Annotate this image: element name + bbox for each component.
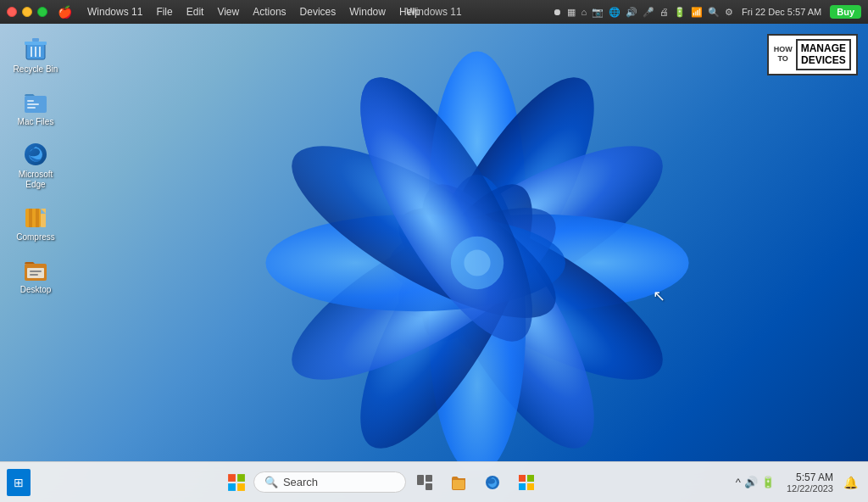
search-label: Search — [283, 476, 318, 488]
taskbar: ⊞ 🔍 Search — [0, 461, 868, 502]
win11-bloom — [257, 42, 698, 483]
wifi-icon: 🌐 — [609, 7, 620, 18]
watermark-manage: MANAGE — [801, 42, 846, 54]
svg-rect-17 — [32, 38, 39, 42]
menu-window[interactable]: Window — [342, 4, 392, 20]
mac-files-icon[interactable]: Mac Files — [8, 85, 63, 131]
network-icon: 📶 — [691, 7, 703, 18]
svg-rect-42 — [426, 483, 432, 490]
desktop-label: Desktop — [20, 285, 52, 295]
task-view-button[interactable] — [409, 467, 440, 498]
svg-rect-23 — [27, 103, 39, 105]
watermark-how: HOW — [774, 45, 793, 55]
taskbar-left: ⊞ — [7, 469, 34, 496]
menu-appname[interactable]: Windows 11 — [81, 4, 149, 20]
edge-image — [22, 141, 49, 168]
svg-rect-39 — [237, 483, 245, 491]
svg-rect-43 — [453, 480, 465, 489]
svg-point-25 — [25, 143, 47, 165]
svg-rect-27 — [29, 209, 32, 227]
mac-files-image — [22, 88, 49, 115]
watermark-devices: DEVICES — [801, 54, 846, 66]
start-button[interactable] — [223, 469, 250, 496]
show-desktop-button[interactable]: ⊞ — [7, 469, 31, 496]
battery-icon: 🔋 — [674, 7, 686, 18]
mac-status-bar: ⏺ ▦ ⌂ 📷 🌐 🔊 🎤 🖨 🔋 📶 🔍 ⚙ Fri 22 Dec 5:57 … — [553, 5, 861, 19]
battery-sys-icon: 🔋 — [761, 476, 775, 488]
record-icon: ⏺ — [553, 7, 562, 17]
svg-rect-31 — [41, 214, 46, 227]
screen-icon: ▦ — [567, 7, 576, 18]
minimize-button[interactable] — [22, 7, 32, 17]
search-mac-icon[interactable]: 🔍 — [708, 7, 720, 18]
menu-actions[interactable]: Actions — [246, 4, 292, 20]
window-title: Windows 11 — [406, 6, 461, 18]
date-display: 12/22/2023 — [787, 483, 833, 494]
svg-rect-36 — [228, 474, 236, 482]
edge-label: Microsoft Edge — [12, 170, 59, 190]
search-icon: 🔍 — [264, 476, 278, 488]
desktop-folder-icon[interactable]: Desktop — [8, 253, 63, 298]
svg-rect-47 — [519, 483, 526, 490]
traffic-lights — [7, 7, 47, 17]
svg-rect-48 — [527, 483, 534, 490]
taskbar-right: ^ 🔊 🔋 5:57 AM 12/22/2023 🔔 — [731, 470, 861, 495]
mac-titlebar: 🍎 Windows 11 File Edit View Actions Devi… — [0, 0, 868, 24]
file-explorer-button[interactable] — [443, 467, 474, 498]
compress-image — [22, 204, 49, 231]
svg-marker-30 — [41, 209, 46, 214]
control-center-icon[interactable]: ⚙ — [725, 7, 733, 18]
watermark: HOW TO MANAGE DEVICES — [767, 34, 858, 75]
svg-point-14 — [465, 249, 491, 276]
compress-icon[interactable]: Compress — [8, 200, 63, 246]
svg-rect-45 — [519, 475, 526, 482]
mac-files-label: Mac Files — [18, 117, 54, 127]
svg-rect-24 — [27, 107, 36, 109]
svg-rect-35 — [30, 274, 38, 276]
compress-label: Compress — [16, 232, 55, 243]
close-button[interactable] — [7, 7, 17, 17]
svg-rect-33 — [27, 268, 44, 278]
menu-file[interactable]: File — [149, 4, 179, 20]
taskbar-center: 🔍 Search — [34, 467, 731, 498]
printer-icon: 🖨 — [659, 7, 669, 17]
notification-button[interactable]: 🔔 — [840, 472, 861, 493]
svg-rect-34 — [30, 271, 42, 272]
apple-menu-icon[interactable]: 🍎 — [58, 5, 72, 19]
store-taskbar-button[interactable] — [511, 467, 542, 498]
mac-time: Fri 22 Dec 5:57 AM — [742, 7, 821, 17]
recycle-bin-label: Recycle Bin — [14, 64, 58, 75]
fullscreen-button[interactable] — [37, 7, 47, 17]
recycle-bin-image — [22, 36, 49, 63]
recycle-bin-icon[interactable]: Recycle Bin — [8, 32, 63, 78]
taskbar-time[interactable]: 5:57 AM 12/22/2023 — [783, 470, 837, 495]
mic-icon: 🎤 — [643, 7, 654, 18]
edge-taskbar-button[interactable] — [477, 467, 508, 498]
microsoft-edge-icon[interactable]: Microsoft Edge — [8, 137, 63, 193]
mac-menu: Windows 11 File Edit View Actions Device… — [81, 4, 427, 20]
svg-rect-37 — [237, 474, 245, 482]
search-box[interactable]: 🔍 Search — [253, 471, 406, 493]
menu-view[interactable]: View — [210, 4, 246, 20]
system-tray-icons[interactable]: ^ 🔊 🔋 — [731, 472, 780, 492]
desktop-image — [22, 256, 49, 283]
buy-button[interactable]: Buy — [830, 5, 861, 19]
time-display: 5:57 AM — [796, 471, 833, 483]
camera-icon: 📷 — [592, 7, 604, 18]
show-desktop-icon: ⊞ — [14, 476, 24, 489]
chevron-icon: ^ — [736, 476, 741, 488]
svg-rect-40 — [417, 475, 424, 485]
watermark-to: TO — [777, 54, 787, 64]
desktop-icons: Recycle Bin Mac Files — [8, 32, 63, 298]
menu-edit[interactable]: Edit — [180, 4, 211, 20]
svg-rect-41 — [426, 475, 432, 482]
vm-window: Recycle Bin Mac Files — [0, 24, 868, 502]
volume-icon: 🔊 — [626, 7, 637, 18]
svg-rect-28 — [32, 209, 36, 227]
speaker-icon: 🔊 — [744, 476, 758, 488]
menu-devices[interactable]: Devices — [293, 4, 343, 20]
svg-rect-46 — [527, 475, 534, 482]
wallpaper — [0, 24, 868, 502]
svg-rect-16 — [25, 42, 47, 45]
svg-rect-29 — [36, 209, 39, 227]
